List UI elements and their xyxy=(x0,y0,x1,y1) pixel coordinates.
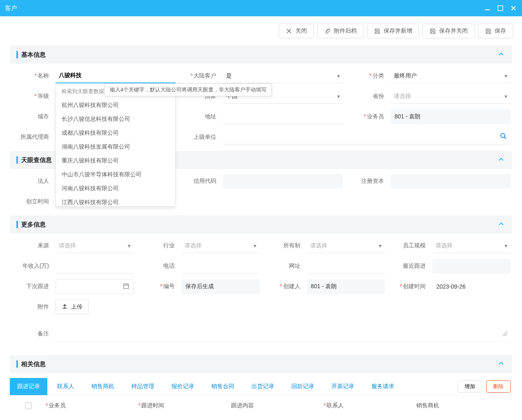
add-button[interactable]: 增加 xyxy=(458,380,482,393)
category-select[interactable]: 最终用户▾ xyxy=(391,69,511,83)
maximize-icon[interactable] xyxy=(497,4,504,12)
name-input[interactable] xyxy=(56,69,175,83)
industry-select[interactable]: 请选择▾ xyxy=(181,238,260,253)
label-category: *分类 xyxy=(347,72,387,80)
save-close-button[interactable]: 保存并关闭 xyxy=(422,24,475,38)
scale-select[interactable]: 请选择▾ xyxy=(432,238,511,253)
save-icon xyxy=(429,28,436,34)
th-content: 跟进内容 xyxy=(231,402,324,409)
section-related-header[interactable]: 相关信息 xyxy=(10,355,512,373)
th-time: *跟进时间 xyxy=(138,402,231,409)
dropdown-item[interactable]: 中山市八骏半导体科技有限公司 xyxy=(56,168,175,182)
label-industry: 行业 xyxy=(137,242,178,249)
search-icon[interactable] xyxy=(500,133,507,141)
th-opportunity: 销售商机 xyxy=(416,402,509,409)
tab-service[interactable]: 服务请求 xyxy=(364,378,402,395)
tab-followup[interactable]: 跟进记录 xyxy=(10,378,47,395)
delete-button[interactable]: 删除 xyxy=(486,380,511,393)
label-level: *等级 xyxy=(11,93,52,100)
nextfollow-date[interactable] xyxy=(56,279,134,294)
address-input[interactable] xyxy=(223,109,343,124)
save-close-label: 保存并关闭 xyxy=(439,27,468,35)
close-button[interactable]: 关闭 xyxy=(279,24,314,38)
label-revenue: 年收入(万) xyxy=(11,262,52,270)
province-select[interactable]: 请选择▾ xyxy=(391,89,511,104)
source-select[interactable]: 请选择▾ xyxy=(56,238,134,253)
label-founded: 创立时间 xyxy=(11,198,52,205)
chevron-up-icon[interactable] xyxy=(498,360,506,368)
section-basic-header[interactable]: 基本信息 xyxy=(10,46,512,64)
label-creator: *创建人 xyxy=(263,283,304,290)
revenue-input[interactable] xyxy=(56,259,134,273)
label-mainland: *大陆客户 xyxy=(179,72,220,80)
caret-down-icon: ▾ xyxy=(379,242,382,249)
creator-field: 801 - 袁朗 xyxy=(307,279,385,294)
tab-payments[interactable]: 回款记录 xyxy=(284,378,322,395)
tab-opportunities[interactable]: 销售商机 xyxy=(84,378,122,395)
tab-shipments[interactable]: 出货记录 xyxy=(244,378,282,395)
mainland-select[interactable]: 是▾ xyxy=(223,69,343,83)
tab-invoices[interactable]: 开票记录 xyxy=(324,378,362,395)
caret-down-icon: ▾ xyxy=(337,93,340,100)
label-remark: 备注 xyxy=(11,330,52,338)
created-field: 2023-09-26 xyxy=(432,279,511,294)
label-website: 网址 xyxy=(263,262,304,270)
svg-line-7 xyxy=(504,137,506,139)
field-name: 输入4个关键字，默认大陆公司将调用天眼查，非大陆客户手动填写 检索到天眼查数据,… xyxy=(56,69,175,83)
dropdown-item[interactable]: 江西八骏科技有限公司 xyxy=(56,196,175,207)
minimize-icon[interactable] xyxy=(484,4,491,12)
caret-down-icon: ▾ xyxy=(128,242,131,249)
label-credit: 信用代码 xyxy=(179,178,220,185)
caret-down-icon: ▾ xyxy=(504,73,507,79)
save-icon xyxy=(485,28,491,34)
upload-button[interactable]: 上传 xyxy=(56,300,89,314)
upload-label: 上传 xyxy=(71,303,82,311)
select-all-checkbox[interactable] xyxy=(25,402,32,409)
label-nextfollow: 下次跟进 xyxy=(11,283,52,290)
label-province: 省份 xyxy=(347,93,387,100)
dropdown-item[interactable]: 长沙八骏信息科技有限公司 xyxy=(56,112,175,126)
close-window-icon[interactable] xyxy=(510,4,517,12)
remark-row: 备注 xyxy=(10,321,512,347)
phone-input[interactable] xyxy=(181,259,260,273)
chevron-up-icon[interactable] xyxy=(498,220,506,229)
label-scale: 员工规模 xyxy=(388,242,429,249)
related-tabs: 跟进记录 联系人 销售商机 样品管理 报价记录 销售合同 出货记录 回款记录 开… xyxy=(10,378,402,395)
tab-samples[interactable]: 样品管理 xyxy=(124,378,162,395)
th-contact: *联系人 xyxy=(324,402,416,409)
section-tyc-title: 天眼查信息 xyxy=(21,156,52,164)
tab-quotes[interactable]: 报价记录 xyxy=(164,378,202,395)
label-sales: *业务员 xyxy=(347,113,387,120)
dropdown-item[interactable]: 河南八骏科技有限公司 xyxy=(56,182,175,196)
ownership-select[interactable]: 请选择▾ xyxy=(307,238,385,253)
parent-lookup[interactable] xyxy=(223,130,511,144)
close-icon xyxy=(286,28,292,34)
tab-contacts[interactable]: 联系人 xyxy=(50,378,82,395)
label-address: 地址 xyxy=(179,113,220,120)
archive-button[interactable]: 附件归档 xyxy=(317,24,364,38)
chevron-up-icon[interactable] xyxy=(498,156,506,164)
caret-down-icon: ▾ xyxy=(504,93,507,100)
section-bar-icon xyxy=(16,360,18,368)
save-new-label: 保存并新增 xyxy=(384,27,412,35)
dropdown-item[interactable]: 重庆八骏科技有限公司 xyxy=(56,154,175,168)
save-button[interactable]: 保存 xyxy=(478,24,513,38)
chevron-up-icon[interactable] xyxy=(498,51,506,59)
name-tooltip: 输入4个关键字，默认大陆公司将调用天眼查，非大陆客户手动填写 xyxy=(104,83,272,96)
tab-contracts[interactable]: 销售合同 xyxy=(204,378,242,395)
dropdown-item[interactable]: 杭州八骏科技有限公司 xyxy=(56,98,175,112)
paperclip-icon xyxy=(324,28,331,34)
label-lastfollow: 最近跟进 xyxy=(388,262,429,270)
action-toolbar: 关闭 附件归档 保存并新增 保存并关闭 保存 xyxy=(0,16,522,46)
dropdown-item[interactable]: 湖南八骏科技发展有限公司 xyxy=(56,140,175,154)
section-more-header[interactable]: 更多信息 xyxy=(10,216,512,233)
label-source: 来源 xyxy=(11,242,52,249)
website-input[interactable] xyxy=(307,259,385,273)
dropdown-item[interactable]: 成都八骏科技有限公司 xyxy=(56,126,175,140)
th-sales: *业务员 xyxy=(46,402,138,409)
save-icon xyxy=(374,28,380,34)
svg-rect-8 xyxy=(124,284,129,289)
textarea-icon[interactable] xyxy=(501,329,511,338)
save-new-button[interactable]: 保存并新增 xyxy=(367,24,419,38)
window-controls xyxy=(484,4,517,12)
